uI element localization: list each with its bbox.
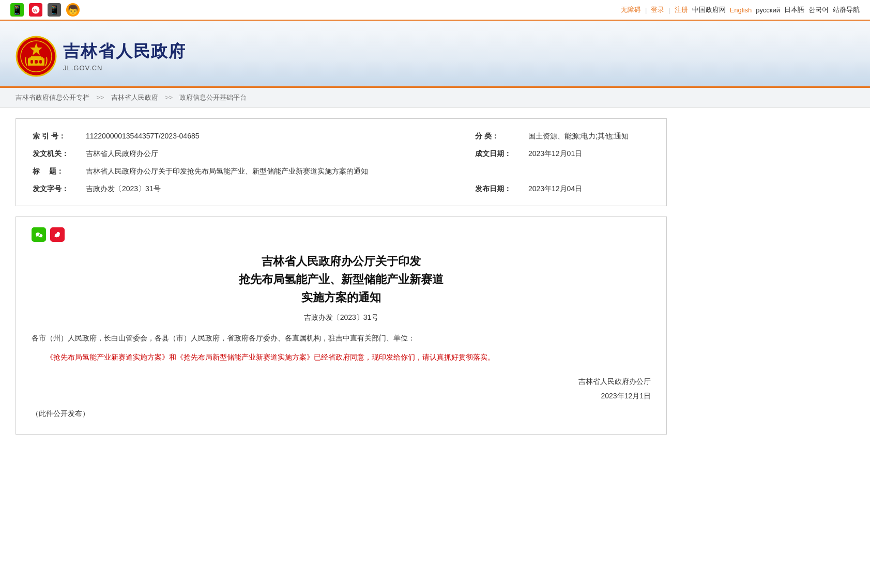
document-title: 吉林省人民政府办公厅关于印发 抢先布局氢能产业、新型储能产业新赛道 实施方案的通… <box>32 252 651 307</box>
breadcrumb-link-1[interactable]: 吉林省政府信息公开专栏 <box>16 94 89 101</box>
meta-value-chengwen: 2023年12月01日 <box>524 145 654 162</box>
meta-label-suoyinhao: 索 引 号： <box>28 127 82 145</box>
meta-value-fenlei: 国土资源、能源;电力;其他;通知 <box>524 127 654 145</box>
meta-label-fawen-zihao: 发文字号： <box>28 180 82 197</box>
login-link[interactable]: 登录 <box>651 5 664 14</box>
meta-value-fawen: 吉林省人民政府办公厅 <box>82 145 430 162</box>
meta-value-faburi: 2023年12月04日 <box>524 180 654 197</box>
english-link[interactable]: English <box>730 6 752 14</box>
header: 吉林省人民政府 JL.GOV.CN <box>0 21 870 88</box>
document-signature: 吉林省人民政府办公厅 2023年12月1日 <box>32 374 651 403</box>
meta-row-4: 发文字号： 吉政办发〔2023〕31号 发布日期： 2023年12月04日 <box>28 180 654 197</box>
share-wechat-button[interactable] <box>32 227 46 242</box>
share-icons <box>32 227 651 242</box>
document-body: 《抢先布局氢能产业新赛道实施方案》和《抢先布局新型储能产业新赛道实施方案》已经省… <box>32 351 651 364</box>
signature-date: 2023年12月1日 <box>32 389 651 403</box>
social-icons: 📱 W 📱 👦 <box>10 3 80 17</box>
register-link[interactable]: 注册 <box>675 5 688 14</box>
weibo-icon[interactable]: W <box>29 3 42 17</box>
meta-label-chengwen: 成文日期： <box>471 145 524 162</box>
meta-table: 索 引 号： 11220000013544357T/2023-04685 分 类… <box>28 127 654 197</box>
meta-value-biaoti: 吉林省人民政府办公厅关于印发抢先布局氢能产业、新型储能产业新赛道实施方案的通知 <box>82 162 430 180</box>
main-content: 索 引 号： 11220000013544357T/2023-04685 分 类… <box>0 108 682 445</box>
svg-rect-10 <box>39 60 42 64</box>
document-recipients: 各市（州）人民政府，长白山管委会，各县（市）人民政府，省政府各厅委办、各直属机构… <box>32 332 651 345</box>
breadcrumb-sep-2: >> <box>163 94 174 101</box>
divider2: | <box>668 6 670 14</box>
meta-label-fenlei: 分 类： <box>471 127 524 145</box>
header-title-block: 吉林省人民政府 JL.GOV.CN <box>63 40 186 72</box>
site-subtitle: JL.GOV.CN <box>63 64 186 72</box>
meta-row-3: 标 题： 吉林省人民政府办公厅关于印发抢先布局氢能产业、新型储能产业新赛道实施方… <box>28 162 654 180</box>
header-logo: 吉林省人民政府 JL.GOV.CN <box>16 36 186 77</box>
meta-label-fawen: 发文机关： <box>28 145 82 162</box>
guide-link[interactable]: 站群导航 <box>833 5 860 14</box>
breadcrumb-sep-1: >> <box>95 94 106 101</box>
breadcrumb: 吉林省政府信息公开专栏 >> 吉林省人民政府 >> 政府信息公开基础平台 <box>0 88 870 108</box>
doc-title-line2: 抢先布局氢能产业、新型储能产业新赛道 <box>32 270 651 288</box>
korean-link[interactable]: 한국어 <box>808 5 829 14</box>
russian-link[interactable]: русский <box>756 6 780 14</box>
doc-title-line1: 吉林省人民政府办公厅关于印发 <box>32 252 651 270</box>
divider1: | <box>645 6 647 14</box>
meta-row-1: 索 引 号： 11220000013544357T/2023-04685 分 类… <box>28 127 654 145</box>
wechat-icon[interactable]: 📱 <box>10 3 24 17</box>
breadcrumb-link-2[interactable]: 吉林省人民政府 <box>111 94 158 101</box>
site-title: 吉林省人民政府 <box>63 40 186 63</box>
meta-value-fawen-zihao: 吉政办发〔2023〕31号 <box>82 180 430 197</box>
meta-value-suoyinhao: 11220000013544357T/2023-04685 <box>82 127 430 145</box>
svg-text:W: W <box>33 8 38 13</box>
doc-title-line3: 实施方案的通知 <box>32 288 651 306</box>
document-box: 吉林省人民政府办公厅关于印发 抢先布局氢能产业、新型储能产业新赛道 实施方案的通… <box>16 216 667 435</box>
japanese-link[interactable]: 日本語 <box>784 5 804 14</box>
breadcrumb-link-3[interactable]: 政府信息公开基础平台 <box>179 94 247 101</box>
document-footer: （此件公开发布） <box>32 409 651 419</box>
share-weibo-button[interactable] <box>50 227 65 242</box>
signature-org: 吉林省人民政府办公厅 <box>32 374 651 389</box>
accessibility-link[interactable]: 无障碍 <box>621 5 641 14</box>
document-number: 吉政办发〔2023〕31号 <box>32 313 651 322</box>
top-bar: 📱 W 📱 👦 无障碍 | 登录 | 注册 中国政府网 English русс… <box>0 0 870 21</box>
svg-rect-9 <box>35 60 38 64</box>
meta-row-2: 发文机关： 吉林省人民政府办公厅 成文日期： 2023年12月01日 <box>28 145 654 162</box>
emblem-icon <box>16 36 57 77</box>
svg-rect-7 <box>31 56 41 58</box>
meta-box: 索 引 号： 11220000013544357T/2023-04685 分 类… <box>16 118 667 206</box>
meta-label-biaoeti: 标 题： <box>28 162 82 180</box>
mobile-icon[interactable]: 📱 <box>48 3 61 17</box>
svg-rect-8 <box>30 60 33 64</box>
child-icon[interactable]: 👦 <box>66 3 80 17</box>
zhengfu-link[interactable]: 中国政府网 <box>692 5 726 14</box>
meta-label-faburi: 发布日期： <box>471 180 524 197</box>
